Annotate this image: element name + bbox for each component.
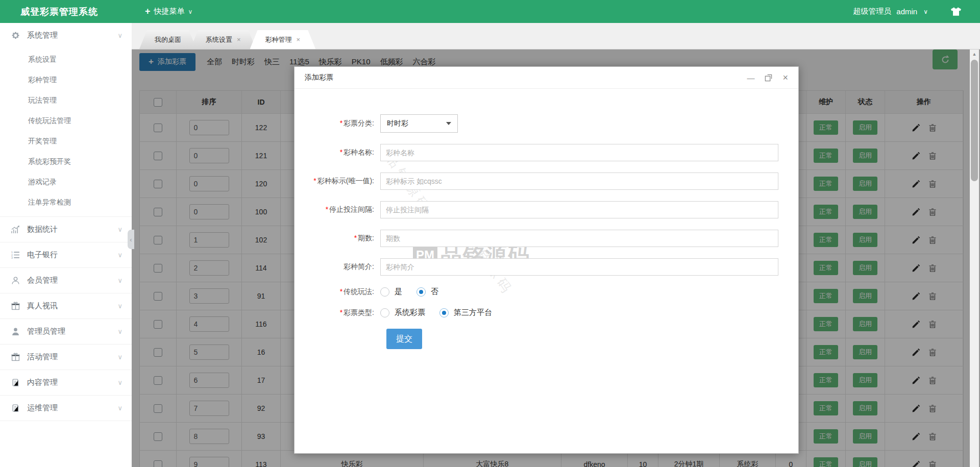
chart-icon: [11, 225, 21, 234]
field-label-stop-interval: *停止投注间隔:: [295, 205, 380, 214]
doc-icon: [11, 378, 21, 387]
tabbar: 我的桌面系统设置×彩种管理×: [132, 30, 980, 50]
sidebar-section-2[interactable]: 123电子银行∨: [0, 242, 132, 267]
user-role: 超级管理员: [853, 7, 891, 16]
scroll-up-arrow[interactable]: ▲: [970, 50, 979, 58]
sidebar-section-label: 运维管理: [27, 403, 58, 413]
lottery-category-select[interactable]: 时时彩: [380, 114, 458, 133]
doc-icon: [11, 404, 21, 413]
chevron-down-icon: ∨: [117, 251, 122, 259]
sidebar-item[interactable]: 开奖管理: [0, 131, 132, 151]
sidebar-section-label: 数据统计: [27, 225, 58, 234]
stop-interval-input[interactable]: [380, 201, 778, 218]
chevron-down-icon: ∨: [923, 8, 928, 15]
lottery-code-input[interactable]: [380, 173, 778, 190]
chevron-down-icon: ∨: [117, 277, 122, 284]
sidebar-section-8[interactable]: 运维管理∨: [0, 396, 132, 421]
chevron-down-icon: ∨: [117, 328, 122, 335]
gift-icon: [11, 302, 21, 311]
maximize-icon[interactable]: [765, 74, 772, 82]
sidebar-item[interactable]: 系统彩预开奖: [0, 151, 132, 171]
sidebar-section-label: 内容管理: [27, 378, 58, 387]
vertical-scrollbar[interactable]: ▲: [970, 50, 979, 467]
sidebar-item[interactable]: 传统玩法管理: [0, 110, 132, 131]
sidebar-item[interactable]: 系统设置: [0, 49, 132, 69]
required-mark: *: [326, 205, 328, 213]
gear-icon: [11, 31, 21, 40]
modal-title: 添加彩票: [305, 73, 333, 82]
type-thirdparty-radio[interactable]: 第三方平台: [439, 308, 492, 317]
sidebar-item[interactable]: 游戏记录: [0, 171, 132, 192]
radio-label: 是: [395, 287, 402, 297]
radio-icon: [380, 287, 389, 297]
tab-label: 我的桌面: [155, 31, 181, 49]
radio-checked-icon: [439, 308, 449, 317]
required-mark: *: [340, 308, 342, 316]
add-lottery-modal: 添加彩票 — × 品铭源码 品铭源码 PM 品铭源码 pmzym.com *彩票…: [294, 66, 799, 454]
type-system-radio[interactable]: 系统彩票: [380, 308, 425, 317]
field-label-code: *彩种标示(唯一值):: [295, 177, 380, 186]
chevron-down-icon: ∨: [188, 8, 193, 15]
sidebar-section-label: 电子银行: [27, 250, 58, 260]
intro-input[interactable]: [380, 258, 778, 276]
sidebar-item[interactable]: 玩法管理: [0, 90, 132, 110]
radio-label: 系统彩票: [395, 308, 425, 317]
required-mark: *: [354, 234, 357, 242]
sidebar-section-4[interactable]: 真人视讯∨: [0, 293, 132, 318]
theme-shirt-icon[interactable]: [950, 7, 962, 16]
chevron-down-icon: ∨: [117, 226, 122, 233]
chevron-down-icon: ∨: [117, 353, 122, 361]
svg-text:3: 3: [11, 256, 13, 259]
tab-close-icon[interactable]: ×: [237, 31, 241, 49]
tab-系统设置[interactable]: 系统设置×: [190, 30, 256, 49]
selected-category: 时时彩: [387, 119, 408, 128]
field-label-category: *彩票分类:: [295, 119, 380, 128]
quick-menu-label: 快捷菜单: [154, 7, 185, 16]
periods-input[interactable]: [380, 230, 778, 247]
quick-menu-dropdown[interactable]: + 快捷菜单 ∨: [145, 6, 192, 17]
close-icon[interactable]: ×: [782, 73, 788, 82]
traditional-yes-radio[interactable]: 是: [380, 287, 402, 297]
field-label-traditional: *传统玩法:: [295, 287, 380, 297]
scrollbar-thumb[interactable]: [971, 60, 978, 181]
chevron-down-icon: ∨: [117, 32, 122, 39]
username-dropdown[interactable]: admin: [896, 7, 917, 16]
select-arrow-icon: [446, 122, 451, 125]
required-mark: *: [340, 119, 342, 127]
tab-我的桌面[interactable]: 我的桌面: [139, 30, 197, 49]
required-mark: *: [313, 177, 316, 185]
lottery-name-input[interactable]: [380, 144, 778, 161]
submit-button[interactable]: 提交: [386, 329, 422, 349]
tab-彩种管理[interactable]: 彩种管理×: [250, 30, 316, 49]
radio-label: 否: [431, 287, 438, 297]
modal-header: 添加彩票 — ×: [295, 67, 798, 89]
required-mark: *: [340, 287, 342, 296]
sidebar-section-3[interactable]: 会员管理∨: [0, 268, 132, 293]
field-label-type: *彩票类型:: [295, 308, 380, 317]
sidebar-section-label: 会员管理: [27, 276, 58, 285]
admin-icon: [11, 327, 21, 336]
sidebar-section-label: 真人视讯: [27, 301, 58, 311]
modal-body: 品铭源码 品铭源码 PM 品铭源码 pmzym.com *彩票分类: 时时彩 *…: [295, 89, 798, 454]
sidebar-collapse-handle[interactable]: ‹: [128, 230, 134, 249]
chevron-down-icon: ∨: [117, 404, 122, 412]
sidebar-item[interactable]: 彩种管理: [0, 69, 132, 90]
collapse-left-icon: ‹: [130, 236, 132, 243]
tab-close-icon[interactable]: ×: [297, 31, 301, 49]
sidebar-item[interactable]: 注单异常检测: [0, 192, 132, 212]
sidebar-section-1[interactable]: 数据统计∨: [0, 217, 132, 242]
sidebar-section-label: 管理员管理: [27, 327, 65, 336]
sidebar-section-5[interactable]: 管理员管理∨: [0, 319, 132, 344]
sidebar-section-6[interactable]: 活动管理∨: [0, 345, 132, 370]
sidebar-section-0[interactable]: 系统管理∨: [0, 23, 132, 48]
traditional-no-radio[interactable]: 否: [416, 287, 438, 297]
field-label-periods: *期数:: [295, 234, 380, 243]
radio-label: 第三方平台: [454, 308, 492, 317]
chevron-down-icon: ∨: [117, 302, 122, 310]
top-header: 威登彩票管理系统 + 快捷菜单 ∨ 超级管理员 admin ∨: [0, 0, 980, 23]
sidebar: 系统管理∨系统设置彩种管理玩法管理传统玩法管理开奖管理系统彩预开奖游戏记录注单异…: [0, 23, 132, 467]
sidebar-section-label: 活动管理: [27, 352, 58, 362]
chevron-down-icon: ∨: [117, 379, 122, 386]
sidebar-section-7[interactable]: 内容管理∨: [0, 370, 132, 395]
minimize-icon[interactable]: —: [747, 74, 754, 82]
